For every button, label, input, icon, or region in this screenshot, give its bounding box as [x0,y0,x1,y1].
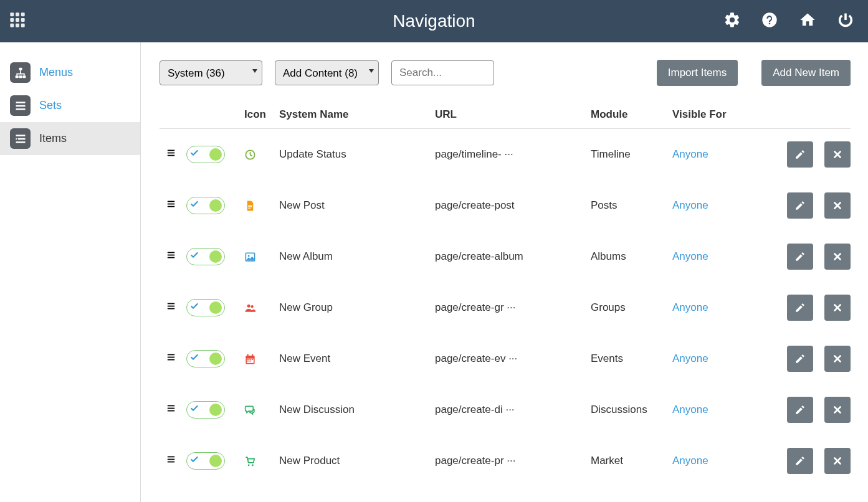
svg-rect-18 [17,138,25,140]
col-icon: Icon [244,108,279,121]
item-icon [244,251,279,263]
svg-rect-5 [21,18,25,22]
sidebar: Menus Sets Items [0,42,141,502]
table-row: Update Status page/timeline- ··· Timelin… [160,129,851,180]
check-icon [189,455,199,468]
col-visible: Visible For [672,108,785,121]
edit-button[interactable] [787,448,813,474]
item-module: Posts [591,199,672,212]
table-row: New Event page/create-ev ··· Events Anyo… [160,333,851,384]
app-header: Navigation [0,0,868,42]
check-icon [189,353,199,366]
table-row: New Group page/create-gr ··· Groups Anyo… [160,282,851,333]
drag-handle-icon[interactable] [166,352,176,366]
table-row: New Discussion page/create-di ··· Discus… [160,384,851,435]
edit-button[interactable] [787,141,813,168]
apps-menu-icon[interactable] [9,11,26,32]
visible-for-link[interactable]: Anyone [672,404,708,415]
toggle-knob [209,301,222,314]
active-toggle[interactable] [186,401,225,419]
filter-content-select[interactable]: Add Content (8) [275,60,379,85]
item-name: New Group [279,301,435,314]
item-url: page/create-ev ··· [435,353,591,365]
check-icon [189,199,199,212]
item-icon [244,200,279,212]
visible-for-link[interactable]: Anyone [672,250,708,262]
delete-button[interactable] [824,141,851,168]
delete-button[interactable] [824,244,851,270]
gear-icon[interactable] [723,11,741,32]
drag-handle-icon[interactable] [166,454,176,468]
item-url: page/create-pr ··· [435,455,591,467]
svg-rect-17 [16,135,25,136]
check-icon [189,404,199,417]
svg-rect-0 [10,12,14,16]
svg-rect-4 [16,18,19,22]
filter-system-select[interactable]: System (36) [160,60,262,85]
svg-rect-10 [19,67,22,70]
toolbar: System (36) Add Content (8) Import Items… [160,60,851,86]
sidebar-item-label: Sets [39,99,62,112]
item-url: page/create-post [435,199,591,212]
drag-handle-icon[interactable] [166,148,176,161]
drag-handle-icon[interactable] [166,199,176,212]
active-toggle[interactable] [186,146,225,163]
active-toggle[interactable] [186,452,225,470]
visible-for-link[interactable]: Anyone [672,199,708,211]
visible-for-link[interactable]: Anyone [672,353,708,364]
item-module: Groups [591,301,672,314]
table-row: New Post page/create-post Posts Anyone [160,180,851,231]
drag-handle-icon[interactable] [166,403,176,417]
drag-handle-icon[interactable] [166,301,176,315]
sidebar-item-items[interactable]: Items [0,122,140,155]
toggle-knob [209,199,222,212]
toggle-knob [209,353,222,365]
sidebar-item-sets[interactable]: Sets [0,89,140,122]
item-module: Events [591,353,672,365]
svg-rect-13 [22,75,26,78]
item-url: page/timeline- ··· [435,148,591,161]
search-input[interactable] [391,60,494,85]
delete-button[interactable] [824,346,851,372]
active-toggle[interactable] [186,197,225,214]
svg-rect-16 [16,108,25,110]
delete-button[interactable] [824,192,851,219]
item-url: page/create-gr ··· [435,301,591,314]
svg-rect-12 [19,75,22,78]
edit-button[interactable] [787,346,813,372]
edit-button[interactable] [787,397,813,423]
svg-rect-7 [16,23,19,27]
active-toggle[interactable] [186,350,225,367]
import-items-button[interactable]: Import Items [657,60,738,86]
item-icon [244,455,279,467]
items-table: Icon System Name URL Module Visible For … [160,101,851,486]
help-icon[interactable] [761,11,778,32]
toggle-knob [209,404,222,416]
sidebar-item-menus[interactable]: Menus [0,56,140,89]
toggle-knob [209,250,222,263]
add-new-item-button[interactable]: Add New Item [761,60,851,86]
active-toggle[interactable] [186,299,225,316]
table-row: New Album page/create-album Albums Anyon… [160,231,851,282]
item-icon [244,149,279,161]
svg-rect-11 [15,75,18,78]
check-icon [189,250,199,263]
home-icon[interactable] [798,11,817,32]
delete-button[interactable] [824,295,851,321]
visible-for-link[interactable]: Anyone [672,148,708,160]
svg-rect-8 [21,23,25,27]
sidebar-item-label: Items [39,132,67,145]
item-icon [244,404,279,416]
item-icon [244,302,279,314]
active-toggle[interactable] [186,248,225,265]
svg-rect-19 [16,141,25,143]
visible-for-link[interactable]: Anyone [672,455,708,466]
edit-button[interactable] [787,244,813,270]
drag-handle-icon[interactable] [166,250,176,263]
power-icon[interactable] [837,11,854,32]
edit-button[interactable] [787,192,813,219]
delete-button[interactable] [824,397,851,423]
visible-for-link[interactable]: Anyone [672,301,708,313]
delete-button[interactable] [824,448,851,474]
edit-button[interactable] [787,295,813,321]
